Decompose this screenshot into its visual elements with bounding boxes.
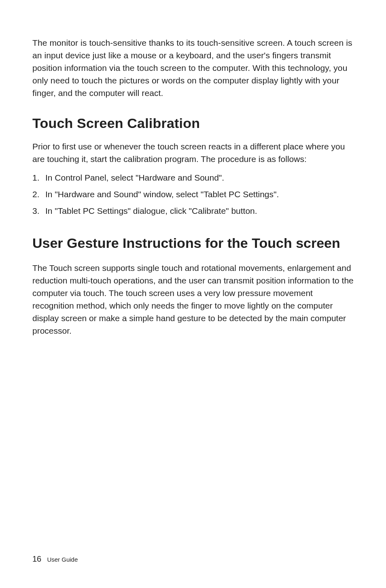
step-number: 3.	[32, 205, 40, 217]
calibration-intro: Prior to first use or whenever the touch…	[32, 140, 354, 165]
page-footer: 16 User Guide	[32, 554, 78, 564]
page-number: 16	[32, 554, 41, 563]
intro-paragraph: The monitor is touch-sensitive thanks to…	[32, 36, 354, 99]
list-item: 2. In "Hardware and Sound" window, selec…	[32, 188, 354, 200]
section-title-calibration: Touch Screen Calibration	[32, 115, 354, 131]
footer-label: User Guide	[47, 556, 78, 563]
step-text: In "Hardware and Sound" window, select "…	[45, 190, 279, 199]
step-number: 2.	[32, 188, 40, 200]
list-item: 1. In Control Panel, select "Hardware an…	[32, 171, 354, 184]
section-title-gestures: User Gesture Instructions for the Touch …	[32, 234, 354, 253]
step-text: In Control Panel, select "Hardware and S…	[45, 173, 224, 182]
step-text: In "Tablet PC Settings" dialogue, click …	[45, 206, 257, 215]
step-number: 1.	[32, 171, 40, 184]
calibration-steps-list: 1. In Control Panel, select "Hardware an…	[32, 171, 354, 217]
list-item: 3. In "Tablet PC Settings" dialogue, cli…	[32, 205, 354, 217]
gestures-body: The Touch screen supports single touch a…	[32, 262, 354, 337]
